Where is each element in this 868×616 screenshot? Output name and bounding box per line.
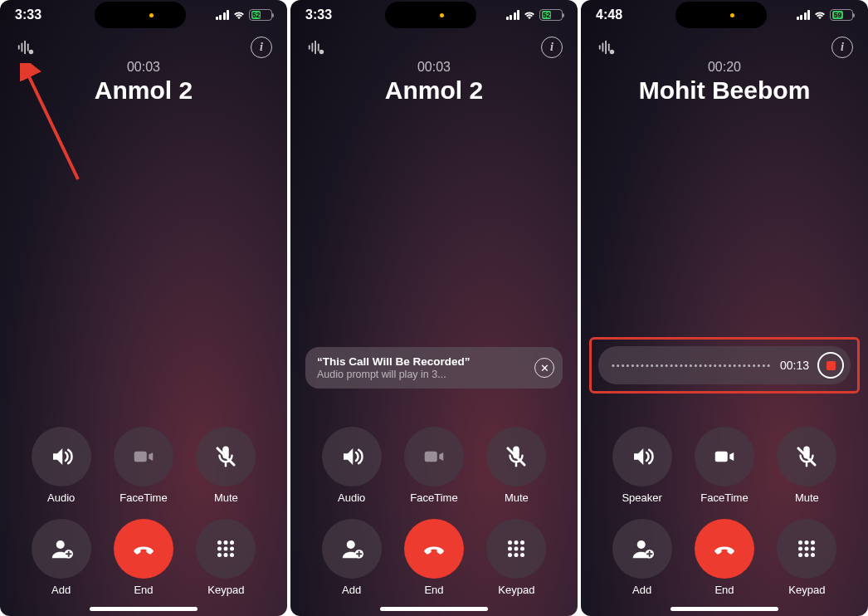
svg-point-19 [230, 553, 234, 557]
end-button[interactable]: End [683, 519, 765, 596]
end-button[interactable]: End [393, 519, 475, 596]
status-time: 3:33 [15, 7, 65, 22]
dynamic-island [675, 2, 767, 28]
button-label: Add [632, 584, 651, 596]
mute-icon [777, 427, 836, 486]
close-icon[interactable]: ✕ [534, 358, 554, 378]
phone-screenshot: 4:4859i00:20Mohit Beebom••••••••••••••••… [581, 0, 868, 616]
svg-point-37 [514, 553, 519, 557]
keypad-button[interactable]: Keypad [766, 519, 848, 596]
call-timer: 00:03 [290, 60, 578, 75]
dynamic-island [95, 2, 186, 28]
svg-point-14 [217, 547, 222, 551]
facetime-button[interactable]: FaceTime [102, 427, 184, 504]
waveform-record-icon[interactable] [596, 37, 617, 58]
svg-rect-6 [134, 452, 147, 462]
call-header: 00:03Anmol 2 [0, 60, 287, 105]
waveform-record-icon[interactable] [15, 37, 37, 58]
svg-point-47 [636, 540, 645, 549]
svg-point-30 [508, 540, 512, 545]
end-button[interactable]: End [102, 519, 184, 596]
svg-point-55 [798, 553, 802, 557]
status-time: 4:48 [596, 7, 646, 22]
wifi-icon [232, 8, 246, 22]
add-button[interactable]: Add [601, 519, 683, 596]
button-label: Add [342, 584, 361, 596]
audio-button[interactable]: Audio [20, 427, 102, 504]
speaker-icon [32, 427, 91, 486]
audio-button[interactable]: Audio [310, 427, 393, 504]
keypad-button[interactable]: Keypad [475, 519, 558, 596]
svg-point-53 [805, 547, 809, 551]
button-label: Keypad [498, 584, 534, 596]
signal-icon [797, 10, 811, 20]
button-label: Mute [795, 491, 819, 504]
info-icon[interactable]: i [541, 37, 563, 58]
info-icon[interactable]: i [251, 37, 272, 58]
mute-button[interactable]: Mute [185, 427, 267, 504]
svg-point-38 [520, 553, 524, 557]
svg-point-31 [514, 540, 519, 545]
button-label: FaceTime [119, 491, 167, 504]
add-button[interactable]: Add [20, 519, 102, 596]
button-label: Mute [505, 491, 529, 504]
status-bar: 3:3352 [290, 0, 578, 30]
button-label: FaceTime [410, 491, 457, 504]
speaker-icon [612, 427, 672, 486]
end-icon [695, 519, 754, 579]
wifi-icon [523, 8, 536, 22]
svg-rect-25 [425, 452, 437, 462]
info-icon[interactable]: i [831, 37, 853, 58]
keypad-button[interactable]: Keypad [185, 519, 267, 596]
waveform-dots: •••••••••••••••••••••••••••••••••••••••• [612, 360, 772, 370]
stop-recording-button[interactable] [817, 352, 844, 379]
facetime-button[interactable]: FaceTime [683, 427, 765, 504]
home-indicator[interactable] [671, 607, 778, 611]
add-icon [32, 519, 91, 579]
facetime-button[interactable]: FaceTime [393, 427, 475, 504]
home-indicator[interactable] [90, 607, 197, 611]
button-label: Audio [47, 491, 75, 504]
svg-point-56 [805, 553, 809, 557]
svg-point-49 [798, 540, 802, 545]
signal-icon [216, 10, 230, 20]
facetime-icon [404, 427, 464, 486]
home-indicator[interactable] [380, 607, 488, 611]
keypad-icon [486, 519, 546, 579]
recording-elapsed: 00:13 [780, 359, 809, 372]
mute-icon [196, 427, 256, 486]
mute-icon [486, 427, 546, 486]
svg-point-33 [508, 547, 512, 551]
call-header: 00:03Anmol 2 [290, 60, 578, 105]
svg-point-34 [514, 547, 519, 551]
facetime-on-icon [695, 427, 754, 486]
battery-icon: 52 [249, 9, 272, 21]
svg-point-15 [224, 547, 228, 551]
button-label: Keypad [207, 584, 244, 596]
recording-bar: ••••••••••••••••••••••••••••••••••••••••… [598, 346, 851, 384]
caller-name: Anmol 2 [290, 76, 578, 105]
speaker-icon [322, 427, 382, 486]
annotation-highlight: ••••••••••••••••••••••••••••••••••••••••… [589, 337, 860, 394]
svg-point-12 [224, 540, 228, 545]
add-button[interactable]: Add [310, 519, 393, 596]
svg-point-43 [610, 50, 615, 55]
speaker-button[interactable]: Speaker [601, 427, 683, 504]
svg-point-51 [811, 540, 815, 545]
svg-point-16 [230, 547, 234, 551]
toast-title: “This Call Will Be Recorded” [317, 355, 526, 368]
call-topbar: i [290, 30, 578, 58]
button-label: Add [51, 584, 71, 596]
mute-button[interactable]: Mute [766, 427, 848, 504]
call-topbar: i [0, 30, 287, 58]
button-label: End [134, 584, 153, 596]
mute-button[interactable]: Mute [475, 427, 558, 504]
keypad-icon [196, 519, 256, 579]
waveform-record-icon[interactable] [305, 37, 327, 58]
svg-point-28 [346, 540, 354, 549]
phone-screenshot: 3:3352i00:03Anmol 2“This Call Will Be Re… [290, 0, 578, 616]
call-topbar: i [581, 30, 868, 58]
svg-point-50 [805, 540, 809, 545]
battery-icon: 52 [539, 9, 563, 21]
svg-rect-44 [715, 452, 728, 462]
